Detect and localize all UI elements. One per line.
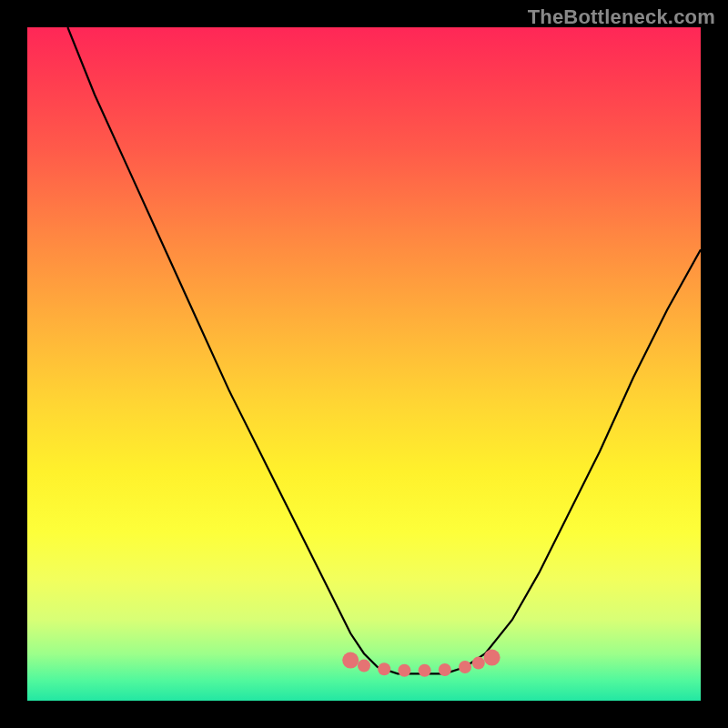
target-marker bbox=[419, 664, 431, 677]
bottleneck-curve-path bbox=[67, 27, 701, 673]
chart-container: TheBottleneck.com bbox=[0, 0, 728, 728]
target-marker bbox=[378, 662, 390, 675]
target-marker bbox=[439, 663, 451, 676]
target-marker bbox=[398, 664, 410, 677]
plot-area bbox=[27, 27, 701, 701]
target-marker-group bbox=[342, 650, 500, 677]
target-marker bbox=[358, 660, 370, 672]
target-marker bbox=[472, 657, 485, 670]
curve-layer bbox=[27, 27, 701, 701]
watermark-text: TheBottleneck.com bbox=[528, 5, 715, 29]
target-marker bbox=[342, 652, 359, 669]
target-marker bbox=[459, 661, 471, 673]
target-marker bbox=[484, 650, 500, 666]
